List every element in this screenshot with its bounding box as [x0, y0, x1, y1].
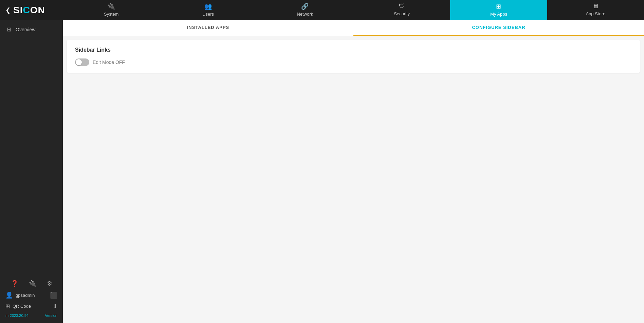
- back-button[interactable]: ❮: [5, 6, 11, 14]
- top-nav: ❮ SICON 🔌System👥Users🔗Network🛡Security⊞M…: [0, 0, 644, 20]
- logo: SICON: [13, 5, 45, 16]
- sidebar-item-overview[interactable]: ⊞Overview: [0, 23, 63, 36]
- sidebar-extra-left: ⊞ QR Code: [5, 303, 31, 309]
- myapps-nav-icon: ⊞: [496, 3, 501, 10]
- gear-icon[interactable]: ⚙: [47, 280, 52, 287]
- sidebar-user-left: 👤 gpsadmin: [5, 291, 35, 299]
- system-nav-icon: 🔌: [108, 3, 115, 10]
- overview-sidebar-icon: ⊞: [5, 26, 12, 33]
- username: gpsadmin: [16, 293, 35, 298]
- sidebar-user: 👤 gpsadmin ⬛: [0, 290, 63, 302]
- download-icon[interactable]: ⬇: [53, 303, 57, 309]
- toggle-label: Edit Mode OFF: [93, 60, 125, 65]
- card-title: Sidebar Links: [75, 47, 632, 53]
- edit-mode-toggle[interactable]: [75, 58, 89, 66]
- tab-installed-apps[interactable]: INSTALLED APPS: [63, 20, 353, 36]
- sidebar: ⊞Overview ❓ 🔌 ⚙ 👤 gpsadmin ⬛ ⊞ QR Code: [0, 20, 63, 323]
- qr-icon: ⊞: [5, 303, 10, 309]
- nav-item-network[interactable]: 🔗Network: [257, 0, 353, 20]
- help-icon[interactable]: ❓: [11, 280, 18, 287]
- main-layout: ⊞Overview ❓ 🔌 ⚙ 👤 gpsadmin ⬛ ⊞ QR Code: [0, 20, 644, 323]
- nav-item-security[interactable]: 🛡Security: [353, 0, 450, 20]
- sidebar-version: m-2023.20.94 Version: [0, 312, 63, 319]
- plugin-icon[interactable]: 🔌: [29, 280, 36, 287]
- qr-label: QR Code: [13, 304, 31, 309]
- toggle-row: Edit Mode OFF: [75, 58, 632, 66]
- logo-area: ❮ SICON: [0, 5, 63, 16]
- sidebar-nav: ⊞Overview: [0, 20, 63, 273]
- users-nav-icon: 👥: [204, 3, 212, 10]
- tab-configure-sidebar[interactable]: CONFIGURE SIDEBAR: [353, 20, 644, 36]
- content-area: INSTALLED APPS CONFIGURE SIDEBAR Sidebar…: [63, 20, 644, 323]
- nav-items: 🔌System👥Users🔗Network🛡Security⊞My Apps🖥A…: [63, 0, 644, 20]
- content-body: Sidebar Links Edit Mode OFF: [63, 36, 644, 323]
- sidebar-bottom: ❓ 🔌 ⚙ 👤 gpsadmin ⬛ ⊞ QR Code ⬇ m-2023.20: [0, 273, 63, 323]
- appstore-nav-icon: 🖥: [592, 3, 599, 10]
- sidebar-bottom-icons: ❓ 🔌 ⚙: [0, 277, 63, 290]
- logout-icon[interactable]: ⬛: [50, 291, 57, 299]
- content-tabs: INSTALLED APPS CONFIGURE SIDEBAR: [63, 20, 644, 36]
- nav-item-system[interactable]: 🔌System: [63, 0, 160, 20]
- user-icon: 👤: [5, 291, 13, 299]
- sidebar-item-label-overview: Overview: [16, 27, 35, 32]
- sidebar-links-card: Sidebar Links Edit Mode OFF: [67, 40, 640, 73]
- version-number: m-2023.20.94: [5, 313, 29, 318]
- security-nav-icon: 🛡: [399, 3, 405, 10]
- nav-item-users[interactable]: 👥Users: [160, 0, 256, 20]
- sidebar-extra: ⊞ QR Code ⬇: [0, 302, 63, 312]
- nav-item-appstore[interactable]: 🖥App Store: [547, 0, 644, 20]
- version-label: Version: [45, 313, 57, 318]
- nav-item-myapps[interactable]: ⊞My Apps: [450, 0, 547, 20]
- network-nav-icon: 🔗: [301, 3, 309, 10]
